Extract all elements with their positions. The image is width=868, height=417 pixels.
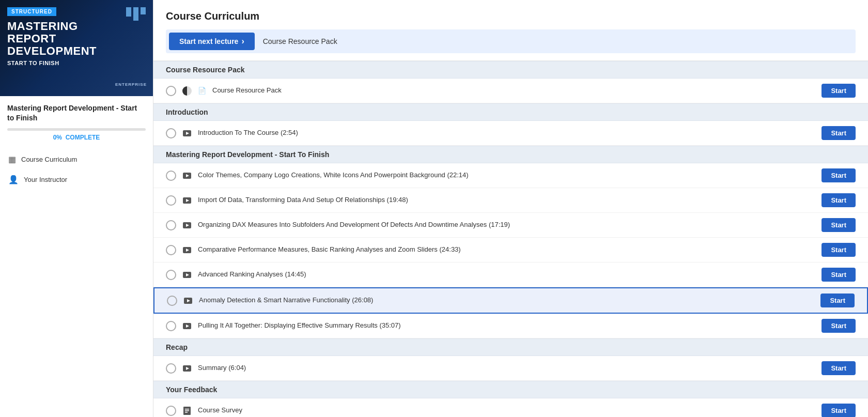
row-title-import-data: Import Of Data, Transforming Data And Se… <box>198 195 815 205</box>
start-btn-course-survey[interactable]: Start <box>822 404 856 417</box>
checkbox-intro[interactable] <box>166 128 176 138</box>
checkbox-organizing-dax[interactable] <box>166 220 176 230</box>
row-anomaly-detection: Anomaly Detection & Smart Narrative Func… <box>153 287 868 314</box>
row-title-intro: Introduction To The Course (2:54) <box>198 128 815 137</box>
grid-icon: ▦ <box>8 155 16 164</box>
progress-bar <box>7 128 146 131</box>
bar-chart-icon <box>126 7 146 21</box>
section-header-mastering: Mastering Report Development - Start To … <box>153 146 868 163</box>
row-intro-to-course: Introduction To The Course (2:54) Start <box>153 121 868 146</box>
row-resource-pack-item: 📄 Course Resource Pack Start <box>153 79 868 103</box>
main-content: Course Curriculum Start next lecture › C… <box>153 0 868 417</box>
start-btn-anomaly-detection[interactable]: Start <box>820 294 855 307</box>
section-header-introduction: Introduction <box>153 103 868 121</box>
start-next-link[interactable]: Course Resource Pack <box>263 37 337 45</box>
video-icon-advanced-ranking <box>182 272 192 278</box>
section-mastering: Mastering Report Development - Start To … <box>153 146 868 338</box>
section-introduction: Introduction Introduction To The Course … <box>153 103 868 146</box>
row-title-anomaly-detection: Anomaly Detection & Smart Narrative Func… <box>199 296 814 305</box>
row-course-survey: Course Survey Start <box>153 398 868 417</box>
video-icon-color-themes <box>182 173 192 179</box>
start-btn-organizing-dax[interactable]: Start <box>822 218 856 232</box>
row-title-resource-pack: Course Resource Pack <box>212 86 815 95</box>
arrow-icon: › <box>241 37 244 46</box>
course-banner: STRUCTURED MASTERINGREPORTDEVELOPMENT ST… <box>0 0 153 96</box>
course-info: Mastering Report Development - Start to … <box>0 96 153 144</box>
section-header-recap: Recap <box>153 338 868 356</box>
banner-subtitle: START TO FINISH <box>7 60 146 66</box>
video-icon-import-data <box>182 197 192 204</box>
structured-badge: STRUCTURED <box>7 7 56 16</box>
start-btn-resource-pack[interactable]: Start <box>822 84 856 98</box>
section-header-feedback: Your Feedback <box>153 381 868 398</box>
section-resource-pack: Course Resource Pack 📄 Course Resource P… <box>153 61 868 103</box>
row-summary: Summary (6:04) Start <box>153 356 868 381</box>
svg-rect-19 <box>185 409 189 410</box>
enterprise-label: ENTERPRISE <box>115 82 147 87</box>
start-btn-import-data[interactable]: Start <box>822 193 856 207</box>
start-next-bar: Start next lecture › Course Resource Pac… <box>166 29 856 53</box>
row-pulling-together: Pulling It All Together: Displaying Effe… <box>153 314 868 338</box>
start-btn-color-themes[interactable]: Start <box>822 168 856 182</box>
checkbox-import-data[interactable] <box>166 195 176 206</box>
row-comparative-performance: Comparative Performance Measures, Basic … <box>153 238 868 262</box>
row-advanced-ranking: Advanced Ranking Analyses (14:45) Start <box>153 262 868 287</box>
row-title-pulling-together: Pulling It All Together: Displaying Effe… <box>198 321 815 330</box>
checkbox-summary[interactable] <box>166 363 176 374</box>
checkbox-course-survey[interactable] <box>166 406 176 416</box>
sidebar-item-instructor[interactable]: 👤 Your Instructor <box>0 169 153 190</box>
section-header-resource-pack: Course Resource Pack <box>153 61 868 79</box>
sidebar-item-instructor-label: Your Instructor <box>24 176 67 183</box>
person-icon: 👤 <box>8 175 19 184</box>
checkbox-comparative-performance[interactable] <box>166 245 176 255</box>
progress-label: 0% COMPLETE <box>7 134 146 141</box>
sidebar-item-curriculum[interactable]: ▦ Course Curriculum <box>0 149 153 169</box>
course-sections: Course Resource Pack 📄 Course Resource P… <box>153 61 868 417</box>
progress-percent: 0% <box>53 134 62 141</box>
video-icon-organizing-dax <box>182 222 192 228</box>
video-icon-pulling-together <box>182 323 192 329</box>
video-icon-intro <box>182 130 192 136</box>
checkbox-anomaly-detection[interactable] <box>167 296 177 306</box>
start-btn-comparative-performance[interactable]: Start <box>822 243 856 257</box>
doc-icon-resource: 📄 <box>198 87 206 95</box>
start-next-lecture-button[interactable]: Start next lecture › <box>169 33 255 50</box>
main-header: Course Curriculum Start next lecture › C… <box>153 0 868 61</box>
half-circle-icon <box>182 86 192 96</box>
row-title-summary: Summary (6:04) <box>198 363 815 373</box>
row-title-comparative-performance: Comparative Performance Measures, Basic … <box>198 245 815 254</box>
section-recap: Recap Summary (6:04) Start <box>153 338 868 381</box>
course-title: Mastering Report Development - Start to … <box>7 103 146 123</box>
start-btn-intro[interactable]: Start <box>822 126 856 140</box>
row-organizing-dax: Organizing DAX Measures Into Subfolders … <box>153 213 868 238</box>
row-title-color-themes: Color Themes, Company Logo Creations, Wh… <box>198 171 815 180</box>
sidebar: STRUCTURED MASTERINGREPORTDEVELOPMENT ST… <box>0 0 153 417</box>
row-title-course-survey: Course Survey <box>198 406 815 415</box>
page-title: Course Curriculum <box>166 10 856 22</box>
video-icon-comparative-performance <box>182 247 192 253</box>
svg-rect-21 <box>185 412 188 413</box>
start-btn-summary[interactable]: Start <box>822 361 856 375</box>
start-btn-pulling-together[interactable]: Start <box>822 319 856 333</box>
svg-rect-20 <box>185 410 189 411</box>
doc-icon-survey <box>182 407 192 415</box>
start-btn-advanced-ranking[interactable]: Start <box>822 268 856 282</box>
checkbox-pulling-together[interactable] <box>166 321 176 331</box>
checkbox-resource-pack[interactable] <box>166 86 176 96</box>
section-feedback: Your Feedback Course Survey Start <box>153 381 868 417</box>
video-icon-summary <box>182 365 192 372</box>
row-import-data: Import Of Data, Transforming Data And Se… <box>153 188 868 213</box>
banner-title: MASTERINGREPORTDEVELOPMENT <box>7 20 146 58</box>
video-icon-anomaly-detection <box>183 298 193 304</box>
checkbox-advanced-ranking[interactable] <box>166 270 176 280</box>
row-title-organizing-dax: Organizing DAX Measures Into Subfolders … <box>198 220 815 229</box>
start-next-lecture-label: Start next lecture <box>179 37 238 45</box>
checkbox-color-themes[interactable] <box>166 171 176 181</box>
sidebar-item-curriculum-label: Course Curriculum <box>21 156 77 163</box>
row-title-advanced-ranking: Advanced Ranking Analyses (14:45) <box>198 270 815 279</box>
complete-text: COMPLETE <box>66 134 100 141</box>
row-color-themes: Color Themes, Company Logo Creations, Wh… <box>153 163 868 188</box>
sidebar-navigation: ▦ Course Curriculum 👤 Your Instructor <box>0 144 153 195</box>
